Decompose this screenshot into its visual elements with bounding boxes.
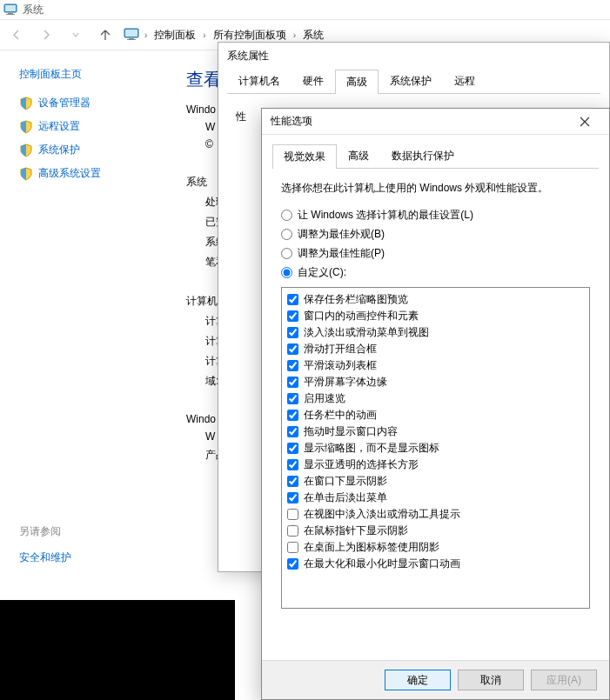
tab-bar: 视觉效果 高级 数据执行保护 [272,143,599,169]
shield-icon [19,143,33,157]
tab-advanced[interactable]: 高级 [337,143,380,168]
dialog-title: 系统属性 [218,43,609,69]
checkbox-input[interactable] [287,294,298,305]
checkbox-input[interactable] [287,492,298,503]
check-row[interactable]: 任务栏中的动画 [287,407,584,423]
checkbox-label: 在视图中淡入淡出或滑动工具提示 [304,507,460,522]
window-title: 系统 [23,3,44,17]
sidebar: 控制面板主页 设备管理器 远程设置 系统保护 高级系统设置 另请参阅 安全和维护 [0,50,165,185]
close-button[interactable] [569,111,600,132]
tab-visual-effects[interactable]: 视觉效果 [272,144,337,169]
svg-rect-5 [125,30,137,37]
checkbox-input[interactable] [287,525,298,537]
check-row[interactable]: 显示缩略图，而不是显示图标 [287,440,584,457]
shield-icon [19,120,33,134]
check-row[interactable]: 在最大化和最小化时显示窗口动画 [287,556,584,572]
checkbox-input[interactable] [287,443,298,454]
checkbox-label: 在最大化和最小化时显示窗口动画 [304,557,460,571]
checkbox-label: 淡入淡出或滑动菜单到视图 [304,325,429,340]
see-also-link[interactable]: 安全和维护 [19,546,71,570]
checkbox-input[interactable] [287,327,298,338]
checkbox-label: 平滑滚动列表框 [304,358,377,373]
radio-label: 调整为最佳外观(B) [298,227,385,242]
check-row[interactable]: 平滑滚动列表框 [287,357,584,374]
check-row[interactable]: 在单击后淡出菜单 [287,490,584,506]
tab-dep[interactable]: 数据执行保护 [380,143,466,168]
radio-input[interactable] [281,267,292,278]
tab-computer-name[interactable]: 计算机名 [227,69,292,93]
check-row[interactable]: 保存任务栏缩略图预览 [287,291,584,308]
check-row[interactable]: 显示亚透明的选择长方形 [287,457,584,473]
breadcrumb-item[interactable]: 控制面板 [152,26,198,44]
checkbox-input[interactable] [287,393,298,404]
checkbox-input[interactable] [287,310,298,322]
check-row[interactable]: 在桌面上为图标标签使用阴影 [287,539,584,556]
check-row[interactable]: 在鼠标指针下显示阴影 [287,523,584,539]
check-row[interactable]: 窗口内的动画控件和元素 [287,308,584,324]
checkbox-label: 平滑屏幕字体边缘 [304,375,387,390]
check-row[interactable]: 拖动时显示窗口内容 [287,423,584,440]
checkbox-input[interactable] [287,542,298,553]
tab-advanced[interactable]: 高级 [335,70,379,94]
checkbox-label: 在单击后淡出菜单 [304,490,387,505]
cancel-button[interactable]: 取消 [458,670,524,690]
chevron-right-icon: › [292,30,298,40]
check-row[interactable]: 在视图中淡入淡出或滑动工具提示 [287,506,584,523]
checkbox-input[interactable] [287,343,298,355]
checkbox-label: 显示亚透明的选择长方形 [304,457,419,472]
check-row[interactable]: 滑动打开组合框 [287,341,584,357]
sidebar-link-remote-settings[interactable]: 远程设置 [19,115,165,138]
ok-button[interactable]: 确定 [385,670,451,690]
checkbox-label: 在窗口下显示阴影 [304,474,387,489]
check-row[interactable]: 启用速览 [287,390,584,407]
checkbox-input[interactable] [287,410,298,421]
tab-bar: 计算机名 硬件 高级 系统保护 远程 [227,69,600,94]
checkbox-label: 窗口内的动画控件和元素 [304,309,419,323]
recent-dropdown[interactable] [64,23,87,46]
svg-rect-3 [6,14,15,15]
apply-button[interactable]: 应用(A) [531,670,597,690]
checkbox-input[interactable] [287,377,298,388]
check-row[interactable]: 淡入淡出或滑动菜单到视图 [287,324,584,341]
radio-input[interactable] [281,248,292,259]
sidebar-home-link[interactable]: 控制面板主页 [19,63,165,86]
radio-let-windows-choose[interactable]: 让 Windows 选择计算机的最佳设置(L) [281,208,590,223]
sidebar-link-label: 系统保护 [38,143,80,157]
computer-icon [3,3,17,17]
checkbox-input[interactable] [287,558,298,570]
checkbox-label: 在桌面上为图标标签使用阴影 [304,540,439,555]
sidebar-link-label: 高级系统设置 [38,166,101,181]
sidebar-link-device-manager[interactable]: 设备管理器 [19,91,165,115]
visual-effects-checklist[interactable]: 保存任务栏缩略图预览窗口内的动画控件和元素淡入淡出或滑动菜单到视图滑动打开组合框… [281,287,590,609]
tab-hardware[interactable]: 硬件 [292,69,335,93]
checkbox-input[interactable] [287,476,298,487]
check-row[interactable]: 在窗口下显示阴影 [287,473,584,490]
forward-button[interactable] [35,23,57,46]
sidebar-link-advanced-settings[interactable]: 高级系统设置 [19,162,165,185]
radio-input[interactable] [281,210,292,221]
radio-custom[interactable]: 自定义(C): [281,265,590,280]
checkbox-input[interactable] [287,509,298,520]
instruction-text: 选择你想在此计算机上使用的 Windows 外观和性能设置。 [281,181,590,196]
sidebar-link-system-protection[interactable]: 系统保护 [19,138,165,162]
see-also: 另请参阅 安全和维护 [19,524,71,570]
checkbox-input[interactable] [287,426,298,437]
dialog-titlebar[interactable]: 性能选项 [262,109,609,135]
partial-label: 性 [236,110,246,123]
radio-best-appearance[interactable]: 调整为最佳外观(B) [281,227,590,242]
check-row[interactable]: 平滑屏幕字体边缘 [287,374,584,390]
sidebar-link-label: 设备管理器 [38,96,90,110]
checkbox-input[interactable] [287,360,298,371]
checkbox-input[interactable] [287,459,298,470]
checkbox-label: 显示缩略图，而不是显示图标 [304,441,439,456]
tab-remote[interactable]: 远程 [443,69,486,93]
radio-best-performance[interactable]: 调整为最佳性能(P) [281,246,590,261]
up-button[interactable] [94,23,117,46]
sidebar-home-label: 控制面板主页 [19,67,82,82]
sidebar-link-label: 远程设置 [38,119,80,134]
radio-label: 自定义(C): [298,265,346,280]
back-button[interactable] [5,23,28,46]
checkbox-label: 任务栏中的动画 [304,408,377,423]
tab-system-protection[interactable]: 系统保护 [379,69,443,93]
radio-input[interactable] [281,229,292,240]
